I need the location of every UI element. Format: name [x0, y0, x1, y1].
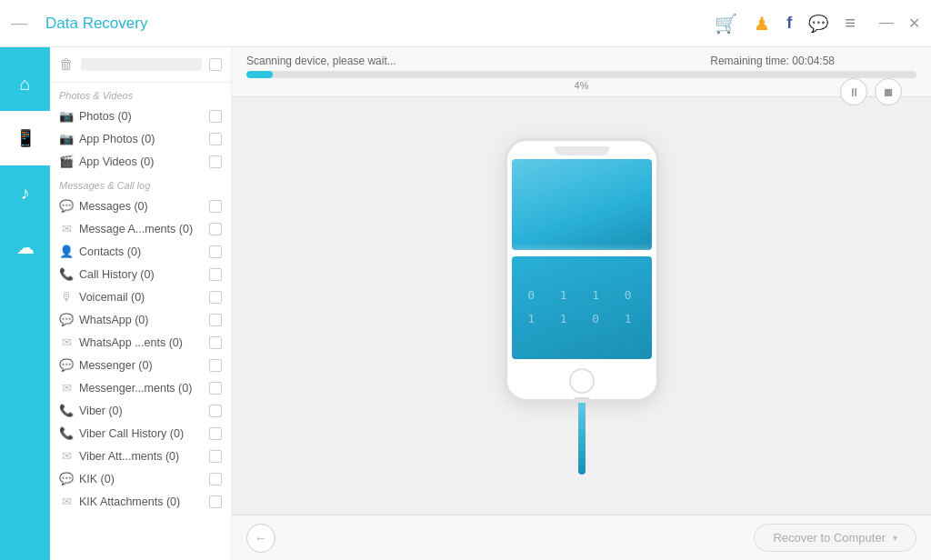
whatsapp-attach-icon: ✉: [59, 335, 74, 349]
cart-icon[interactable]: 🛒: [715, 13, 737, 35]
app-photos-label: App Photos (0): [79, 133, 204, 145]
contacts-check[interactable]: [209, 245, 222, 258]
sidebar-item-music[interactable]: ♪: [0, 165, 50, 220]
call-history-label: Call History (0): [79, 268, 204, 281]
bottom-bar: ← Recover to Computer ▾: [232, 515, 931, 560]
viber-attach-check[interactable]: [209, 450, 222, 463]
sidebar-item-cloud[interactable]: ☁: [0, 220, 50, 275]
main-layout: ⌂ 📱 ♪ ☁ 🗑 Photos & Videos 📷 Photos (0) 📷…: [0, 47, 931, 560]
viber-check[interactable]: [209, 405, 222, 417]
sidebar-item-device[interactable]: 📱: [0, 111, 50, 165]
viber-label: Viber (0): [79, 405, 204, 417]
tree-item-voicemail[interactable]: 🎙 Voicemail (0): [50, 285, 231, 308]
device-row: 🗑: [50, 47, 231, 83]
viber-attach-icon: ✉: [59, 449, 74, 463]
msg-attach-check[interactable]: [209, 223, 222, 235]
phone-area: 0 1 1 0 1 1 0 1: [232, 97, 931, 515]
kik-attach-check[interactable]: [209, 495, 222, 508]
tree-item-call-history[interactable]: 📞 Call History (0): [50, 263, 231, 285]
messenger-label: Messenger (0): [79, 359, 204, 372]
device-check[interactable]: [209, 58, 222, 71]
kik-check[interactable]: [209, 473, 222, 485]
tree-item-messenger[interactable]: 💬 Messenger (0): [50, 354, 231, 376]
section-messages-label: Messages & Call log: [50, 173, 231, 195]
phone-body: 0 1 1 0 1 1 0 1: [505, 138, 659, 402]
voicemail-label: Voicemail (0): [79, 291, 204, 304]
contacts-label: Contacts (0): [79, 245, 204, 258]
main-content: Scanning device, please wait... Remainin…: [232, 47, 931, 560]
chat-icon[interactable]: 💬: [808, 14, 828, 34]
menu-icon[interactable]: ≡: [845, 13, 856, 34]
title-bar-right: 🛒 ♟ f 💬 ≡ — ✕: [715, 13, 920, 35]
whatsapp-check[interactable]: [209, 314, 222, 326]
home-icon[interactable]: —: [11, 14, 27, 33]
messenger-attach-check[interactable]: [209, 382, 222, 395]
scan-info-row: Scanning device, please wait... Remainin…: [246, 55, 916, 67]
photos-check[interactable]: [209, 110, 222, 123]
app-photos-check[interactable]: [209, 133, 222, 145]
phone-cable: [578, 402, 586, 475]
file-tree: 🗑 Photos & Videos 📷 Photos (0) 📷 App Pho…: [50, 47, 232, 560]
tree-item-viber[interactable]: 📞 Viber (0): [50, 399, 231, 422]
phone-home-button: [569, 368, 595, 394]
whatsapp-icon: 💬: [59, 313, 74, 326]
kik-label: KIK (0): [79, 473, 204, 485]
recover-label: Recover to Computer: [773, 531, 886, 545]
device-icon: 🗑: [59, 56, 74, 73]
messages-icon: 💬: [59, 199, 74, 213]
whatsapp-label: WhatsApp (0): [79, 314, 204, 326]
phone-screen-bottom: 0 1 1 0 1 1 0 1: [512, 256, 652, 359]
voicemail-icon: 🎙: [59, 290, 74, 304]
app-videos-icon: 🎬: [59, 155, 74, 168]
messenger-attach-icon: ✉: [59, 381, 74, 395]
whatsapp-attach-label: WhatsApp ...ents (0): [79, 336, 204, 349]
contacts-icon: 👤: [59, 245, 74, 258]
device-name: [81, 58, 202, 71]
window-controls: — ✕: [879, 15, 920, 32]
sidebar-item-home[interactable]: ⌂: [0, 56, 50, 111]
minimize-button[interactable]: —: [879, 15, 894, 32]
dropdown-arrow-icon: ▾: [893, 533, 897, 543]
whatsapp-attach-check[interactable]: [209, 336, 222, 349]
app-videos-check[interactable]: [209, 155, 222, 168]
photos-icon: 📷: [59, 109, 74, 123]
messages-check[interactable]: [209, 200, 222, 213]
person-icon[interactable]: ♟: [754, 13, 770, 35]
msg-attach-icon: ✉: [59, 222, 74, 235]
kik-attach-icon: ✉: [59, 495, 74, 508]
tree-item-viber-attach[interactable]: ✉ Viber Att...ments (0): [50, 445, 231, 467]
viber-calls-label: Viber Call History (0): [79, 427, 204, 440]
phone-scan-line: [512, 252, 652, 255]
phone-notch: [555, 146, 609, 155]
viber-calls-check[interactable]: [209, 427, 222, 440]
tree-item-app-videos[interactable]: 🎬 App Videos (0): [50, 150, 231, 173]
tree-item-message-attachments[interactable]: ✉ Message A...ments (0): [50, 217, 231, 240]
tree-item-contacts[interactable]: 👤 Contacts (0): [50, 240, 231, 263]
tree-item-photos[interactable]: 📷 Photos (0): [50, 105, 231, 127]
app-title: Data Recovery: [45, 15, 147, 33]
scan-header: Scanning device, please wait... Remainin…: [232, 47, 931, 97]
tree-item-kik-attach[interactable]: ✉ KIK Attachments (0): [50, 490, 231, 513]
tree-item-whatsapp[interactable]: 💬 WhatsApp (0): [50, 308, 231, 331]
progress-percent: 4%: [246, 80, 916, 91]
tree-item-viber-calls[interactable]: 📞 Viber Call History (0): [50, 422, 231, 445]
tree-item-messages[interactable]: 💬 Messages (0): [50, 195, 231, 217]
tree-item-messenger-attach[interactable]: ✉ Messenger...ments (0): [50, 376, 231, 399]
messenger-check[interactable]: [209, 359, 222, 372]
recover-button[interactable]: Recover to Computer ▾: [754, 524, 916, 552]
tree-item-kik[interactable]: 💬 KIK (0): [50, 467, 231, 490]
facebook-icon[interactable]: f: [786, 14, 792, 33]
call-history-check[interactable]: [209, 268, 222, 281]
tree-item-whatsapp-attach[interactable]: ✉ WhatsApp ...ents (0): [50, 331, 231, 354]
kik-attach-label: KIK Attachments (0): [79, 495, 204, 508]
viber-calls-icon: 📞: [59, 426, 74, 440]
tree-item-app-photos[interactable]: 📷 App Photos (0): [50, 127, 231, 150]
sidebar-icons: ⌂ 📱 ♪ ☁: [0, 47, 50, 560]
voicemail-check[interactable]: [209, 291, 222, 304]
phone-wrapper: 0 1 1 0 1 1 0 1: [505, 138, 659, 475]
close-button[interactable]: ✕: [908, 15, 920, 32]
photos-label: Photos (0): [79, 110, 204, 123]
progress-bar-fill: [246, 71, 273, 78]
title-bar-left: — Data Recovery: [11, 14, 147, 33]
back-button[interactable]: ←: [246, 524, 275, 553]
